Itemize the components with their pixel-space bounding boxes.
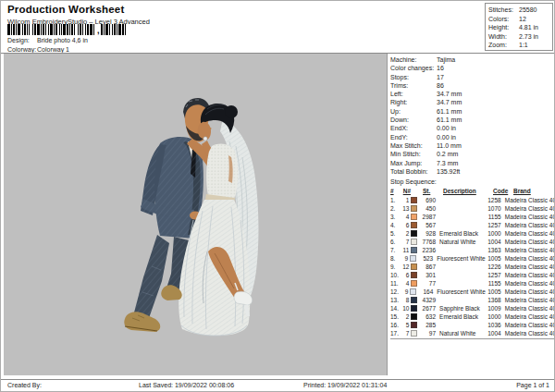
stitch-count: 2236 (419, 246, 437, 254)
column-header: Description (439, 187, 491, 196)
stats-label: Height: (488, 23, 519, 32)
thread-description: Sapphire Black (436, 304, 484, 312)
needle-number: 13 (399, 204, 409, 213)
seq-number: 11. (390, 279, 399, 288)
machine-info-value: 61.1 mm (437, 107, 462, 116)
thread-code: 1155 (484, 279, 501, 288)
thread-color-swatch (411, 197, 417, 203)
thread-description: Fluorescent White (433, 254, 485, 263)
machine-info-value: 0.00 in (437, 133, 456, 141)
thread-description: Natural White (436, 238, 484, 246)
machine-info-label: Up: (390, 107, 437, 116)
needle-number: 6 (399, 271, 409, 279)
column-header: St. (421, 187, 439, 196)
stop-sequence-row: 11.4771155Madeira Classic 40 (390, 279, 555, 288)
design-label: Design: (7, 37, 37, 43)
machine-info-label: Left: (390, 90, 437, 98)
seq-number: 5. (390, 229, 399, 238)
thread-description: Emerald Black (436, 229, 484, 238)
seq-number: 6. (390, 238, 399, 246)
footer-page-number: Page 1 of 1 (516, 382, 549, 388)
needle-number: 9 (399, 288, 408, 296)
stop-sequence-label: Stop Sequence: (390, 178, 555, 186)
machine-info-label: Color changes: (390, 64, 437, 72)
machine-info-row: Machine:Tajima (390, 55, 555, 64)
design-name-row: Design: Bride photo 4,6 in (7, 37, 88, 43)
stats-label: Zoom: (488, 41, 519, 50)
swatch-cell (409, 230, 418, 237)
thread-color-swatch (411, 239, 417, 245)
thread-color-swatch (411, 230, 417, 237)
machine-info-row: Max Stitch:11.0 mm (390, 141, 555, 150)
machine-info-row: Trims:86 (390, 81, 555, 90)
thread-brand: Madeira Classic 40 (501, 246, 555, 254)
stitch-count: 690 (419, 196, 437, 204)
colorway-value: Colorway 1 (37, 46, 69, 53)
needle-number: 5 (399, 321, 409, 329)
stitch-count: 301 (419, 271, 437, 279)
stop-sequence-row: 4.65671257Madeira Classic 40 (390, 221, 555, 229)
stop-sequence-row: 7.1122361363Madeira Classic 40 (390, 246, 555, 254)
colorway-label: Colorway: (7, 46, 37, 53)
stop-sequence-row: 3.429871155Madeira Classic 40 (390, 213, 555, 221)
footer-printed: Printed: 19/09/2022 01:31:04 (303, 382, 387, 388)
stitch-count: 450 (419, 204, 437, 213)
machine-info-value: 17 (437, 73, 444, 81)
machine-info-row: Left:34.7 mm (390, 90, 555, 98)
barcode-segment-2 (101, 24, 129, 35)
stop-sequence-row: 2.134501070Madeira Classic 40 (390, 204, 555, 213)
stitch-count: 867 (419, 263, 437, 271)
machine-info-label: Trims: (390, 81, 437, 90)
seq-number: 13. (390, 296, 399, 304)
thread-color-swatch (411, 205, 417, 212)
swatch-cell (409, 222, 418, 228)
stop-sequence-row: 6.77768Natural White1004Madeira Classic … (390, 238, 555, 246)
seq-number: 14. (390, 304, 399, 312)
thread-code: 1004 (484, 329, 501, 337)
needle-number: 8 (399, 296, 409, 304)
seq-number: 4. (390, 221, 399, 229)
thread-color-swatch (411, 313, 417, 320)
thread-code: 1009 (484, 304, 501, 312)
thread-brand: Madeira Classic 40 (501, 312, 555, 321)
thread-color-swatch (410, 288, 416, 295)
stop-sequence-row: 16.52851036Madeira Classic 40 (390, 321, 555, 329)
design-barcode: , (7, 24, 129, 35)
thread-brand: Madeira Classic 40 (501, 213, 555, 221)
swatch-cell (409, 205, 418, 212)
stats-row: Width:2.73 in (488, 32, 552, 42)
needle-number: 1 (399, 196, 409, 204)
seq-number: 8. (390, 254, 399, 263)
embroidery-design-preview (4, 54, 387, 375)
thread-brand: Madeira Classic 40 (501, 229, 555, 238)
needle-number: 4 (399, 279, 409, 288)
thread-description: Fluorescent White (433, 288, 485, 296)
seq-number: 1. (390, 196, 399, 204)
stats-label: Width: (488, 32, 519, 42)
needle-number: 2 (399, 229, 409, 238)
column-header-text: Code (493, 188, 508, 194)
needle-number: 6 (399, 221, 409, 229)
machine-info-value: Tajima (437, 55, 455, 64)
bride-earring (204, 137, 207, 141)
stitch-count: 7768 (419, 238, 437, 246)
stats-label: Colors: (488, 15, 519, 24)
machine-info-value: 86 (437, 81, 444, 90)
stitch-count: 164 (417, 288, 433, 296)
stitch-count: 567 (419, 221, 437, 229)
stats-row: Zoom:1:1 (488, 41, 552, 50)
column-header: # (390, 187, 400, 196)
thread-code: 1005 (485, 254, 500, 263)
seq-number: 10. (390, 271, 399, 279)
stop-sequence-row: 1.16901258Madeira Classic 40 (390, 196, 555, 204)
needle-number: 7 (399, 329, 409, 337)
machine-info-list: Machine:TajimaColor changes:16Stops:17Tr… (390, 55, 555, 176)
thread-brand: Madeira Classic 40 (501, 329, 555, 337)
stitch-count: 2987 (419, 213, 437, 221)
needle-number: 4 (399, 213, 409, 221)
needle-number: 2 (399, 312, 409, 321)
footer-last-saved: Last Saved: 19/09/2022 00:08:06 (139, 382, 234, 388)
thread-code: 1004 (484, 238, 501, 246)
thread-brand: Madeira Classic 40 (501, 263, 555, 271)
thread-code: 1000 (484, 312, 501, 321)
